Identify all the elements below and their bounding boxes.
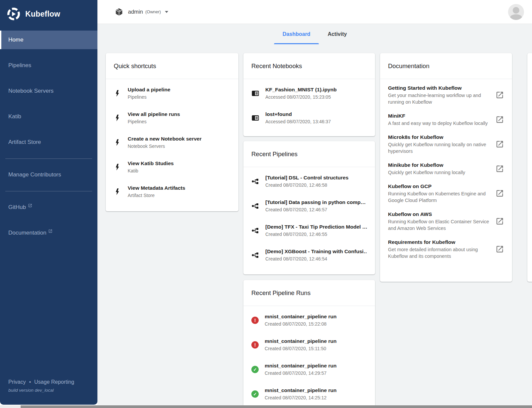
shortcut-item[interactable]: View Metadata Artifacts Artifact Store	[106, 179, 238, 204]
pipeline-item[interactable]: [Demo] XGBoost - Training with Confusi… …	[243, 243, 375, 267]
run-title: mnist_container_pipeline run	[265, 362, 336, 369]
sidebar-item[interactable]: Home	[0, 31, 97, 49]
sidebar-divider	[5, 191, 92, 191]
sidebar-item-label: GitHub	[8, 204, 26, 211]
run-title: mnist_container_pipeline run	[265, 387, 336, 394]
notebook-icon	[251, 89, 259, 97]
sidebar-item[interactable]: Artifact Store	[0, 133, 97, 152]
notebook-item[interactable]: lost+found Accessed 08/07/2020, 13:46:37	[243, 106, 375, 130]
sidebar-external-item[interactable]: GitHub	[0, 198, 97, 217]
tab[interactable]: Activity	[319, 24, 355, 44]
run-title: mnist_container_pipeline run	[265, 338, 336, 345]
horizontal-scrollbar-thumb[interactable]	[21, 405, 532, 408]
pipeline-title: [Tutorial] DSL - Control structures	[265, 174, 348, 181]
doc-title: Getting Started with Kubeflow	[388, 84, 491, 91]
run-created: Created 08/07/2020, 14:25:12	[265, 394, 336, 401]
pipeline-item[interactable]: [Demo] TFX - Taxi Tip Prediction Model ……	[243, 218, 375, 243]
doc-link-item[interactable]: Minikube for Kubeflow Quickly get Kubefl…	[380, 158, 512, 179]
doc-title: MiniKF	[388, 112, 491, 119]
shortcut-item[interactable]: View Katib Studies Katib	[106, 155, 238, 179]
shortcut-subtitle: Pipelines	[128, 118, 180, 125]
namespace-role: (Owner)	[145, 9, 161, 14]
avatar[interactable]	[508, 4, 524, 20]
namespace-name[interactable]: admin	[128, 9, 143, 15]
open-in-new-icon[interactable]	[495, 217, 504, 226]
doc-link-item[interactable]: Microk8s for Kubeflow Quickly get Kubefl…	[380, 130, 512, 158]
sidebar-divider	[5, 158, 92, 159]
card-header: Quick shortcuts	[106, 53, 238, 79]
doc-link-item[interactable]: Kubeflow on GCP Running Kubeflow on Kube…	[380, 179, 512, 207]
open-in-new-icon[interactable]	[495, 140, 504, 149]
sidebar-external-links: GitHub Documentation	[0, 198, 97, 242]
shortcut-item[interactable]: View all pipeline runs Pipelines	[106, 106, 238, 130]
app-title: Kubeflow	[25, 10, 60, 19]
notebook-item[interactable]: KF_Fashion_MNIST (1).ipynb Accessed 08/0…	[243, 81, 375, 106]
chevron-down-icon[interactable]	[165, 11, 168, 13]
shortcut-text: Create a new Notebook server Notebook Se…	[128, 136, 201, 150]
doc-link-item[interactable]: Kubeflow on AWS Running Kubeflow on Elas…	[380, 207, 512, 235]
sidebar-item-manage-contributors[interactable]: Manage Contributors	[0, 165, 97, 184]
footer-links: Privacy • Usage Reporting	[8, 379, 74, 385]
sidebar-item[interactable]: Pipelines	[0, 56, 97, 75]
tab[interactable]: Dashboard	[274, 24, 319, 44]
sidebar-external-item[interactable]: Documentation	[0, 224, 97, 242]
pipeline-graph-icon	[251, 227, 259, 235]
bolt-icon	[114, 188, 122, 196]
usage-reporting-link[interactable]: Usage Reporting	[34, 379, 74, 385]
open-in-new-icon[interactable]	[495, 164, 504, 173]
tab-bar: Dashboard Activity	[97, 24, 532, 44]
recent-runs-list: mnist_container_pipeline run Created 08/…	[243, 306, 375, 405]
pipeline-created: Created 08/07/2020, 12:46:57	[265, 206, 366, 213]
open-in-new-icon[interactable]	[495, 245, 504, 254]
external-link-icon	[28, 203, 32, 209]
pipeline-item[interactable]: [Tutorial] Data passing in python comp… …	[243, 194, 375, 218]
run-item[interactable]: mnist_container_pipeline run Created 08/…	[243, 308, 375, 333]
privacy-link[interactable]: Privacy	[8, 379, 26, 385]
shortcut-item[interactable]: Upload a pipeline Pipelines	[106, 81, 238, 106]
run-item[interactable]: mnist_container_pipeline run Created 08/…	[243, 382, 375, 405]
open-in-new-icon[interactable]	[495, 115, 504, 124]
pipeline-created: Created 08/07/2020, 12:46:58	[265, 182, 348, 188]
sidebar-footer: Privacy • Usage Reporting build version …	[8, 379, 74, 393]
pipeline-title: [Demo] XGBoost - Training with Confusi…	[265, 248, 367, 255]
pipeline-created: Created 08/07/2020, 12:46:54	[265, 255, 367, 262]
run-status-icon	[251, 317, 259, 324]
run-status-icon	[251, 341, 259, 349]
sidebar-item-label: Pipelines	[8, 62, 31, 69]
doc-text: Requirements for Kubeflow Get more detai…	[388, 239, 491, 259]
shortcut-subtitle: Pipelines	[128, 94, 170, 100]
sidebar-item[interactable]: Notebook Servers	[0, 82, 97, 100]
open-in-new-icon[interactable]	[495, 91, 504, 99]
pipeline-text: [Demo] TFX - Taxi Tip Prediction Model ……	[265, 224, 367, 238]
sidebar-item-label: Documentation	[8, 230, 46, 236]
top-bar: admin (Owner)	[97, 0, 532, 24]
card-title: Recent Pipelines	[251, 151, 298, 158]
sidebar-item[interactable]: Katib	[0, 107, 97, 126]
sidebar-item-label: Manage Contributors	[8, 171, 61, 178]
notebook-icon	[251, 114, 259, 122]
documentation-list: Getting Started with Kubeflow Get your m…	[380, 79, 512, 265]
run-text: mnist_container_pipeline run Created 08/…	[265, 362, 336, 376]
logo-row[interactable]: Kubeflow	[0, 0, 97, 28]
pipeline-item[interactable]: [Tutorial] DSL - Control structures Crea…	[243, 169, 375, 194]
notebook-text: KF_Fashion_MNIST (1).ipynb Accessed 08/0…	[265, 86, 336, 100]
bolt-icon	[114, 89, 122, 97]
doc-description: Quickly get Kubeflow running locally on …	[388, 141, 491, 154]
doc-link-item[interactable]: Getting Started with Kubeflow Get your m…	[380, 81, 512, 109]
doc-description: Running Kubeflow on Kubernetes Engine an…	[388, 190, 491, 204]
sidebar-item-label: Katib	[8, 113, 21, 120]
run-item[interactable]: mnist_container_pipeline run Created 08/…	[243, 333, 375, 357]
tab-label: Activity	[328, 31, 347, 37]
run-item[interactable]: mnist_container_pipeline run Created 08/…	[243, 357, 375, 382]
sidebar-item-label-wrap: GitHub	[8, 204, 32, 211]
quick-shortcuts-card: Quick shortcuts Upload a pipeline Pipeli…	[106, 53, 238, 211]
open-in-new-icon[interactable]	[495, 189, 504, 198]
doc-title: Kubeflow on AWS	[388, 211, 491, 218]
doc-description: A fast and easy way to deploy Kubeflow l…	[388, 120, 491, 127]
card-header: Recent Notebooks	[243, 53, 375, 79]
doc-link-item[interactable]: MiniKF A fast and easy way to deploy Kub…	[380, 109, 512, 130]
namespace-package-icon	[115, 8, 123, 16]
shortcut-item[interactable]: Create a new Notebook server Notebook Se…	[106, 130, 238, 155]
doc-link-item[interactable]: Requirements for Kubeflow Get more detai…	[380, 235, 512, 263]
horizontal-scrollbar-track[interactable]	[0, 405, 532, 408]
